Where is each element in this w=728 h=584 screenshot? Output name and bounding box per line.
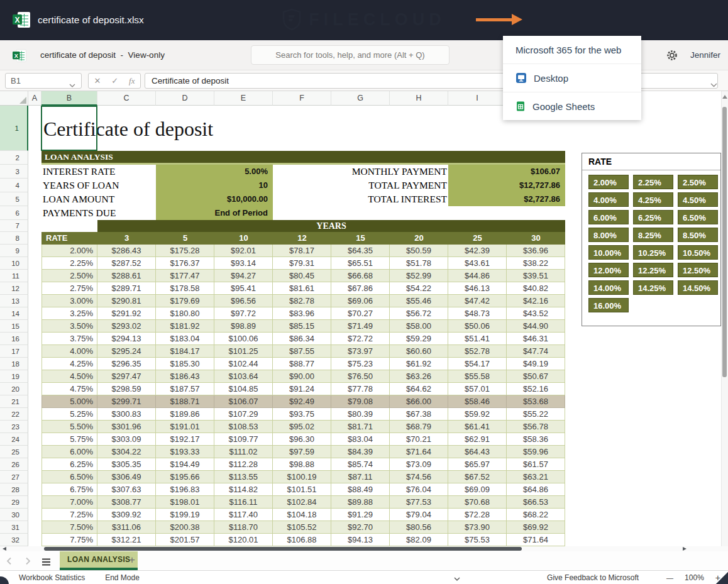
payment-cell[interactable]: $101.51 — [273, 483, 331, 496]
payment-cell[interactable]: $176.37 — [156, 257, 214, 270]
payment-cell[interactable]: $71.49 — [331, 320, 390, 333]
payment-cell[interactable]: $76.04 — [390, 483, 448, 496]
rate-button-10-25[interactable]: 10.25% — [633, 245, 673, 260]
row-header-31[interactable]: 31 — [0, 521, 28, 534]
payment-cell[interactable]: $46.13 — [448, 282, 507, 295]
payment-cell[interactable]: $43.52 — [507, 307, 565, 320]
payment-cell[interactable]: $296.35 — [97, 358, 156, 370]
payment-cell[interactable]: $100.06 — [214, 333, 273, 345]
payment-cell[interactable]: $304.22 — [97, 446, 156, 458]
payment-cell[interactable]: $60.60 — [390, 345, 448, 358]
payment-cell[interactable]: $305.35 — [97, 458, 156, 471]
row-header-17[interactable]: 17 — [0, 345, 28, 358]
rate-cell[interactable]: 2.25% — [41, 257, 97, 270]
payment-cell[interactable]: $51.41 — [448, 333, 507, 345]
payment-cell[interactable]: $79.04 — [390, 509, 448, 521]
payment-cell[interactable]: $82.78 — [273, 295, 331, 307]
payment-cell[interactable]: $50.59 — [390, 245, 448, 257]
row-header-16[interactable]: 16 — [0, 333, 28, 345]
payment-cell[interactable]: $50.06 — [448, 320, 507, 333]
payment-cell[interactable]: $57.01 — [448, 383, 507, 395]
column-header-H[interactable]: H — [390, 91, 448, 106]
payment-cell[interactable]: $200.38 — [156, 521, 214, 534]
row-header-15[interactable]: 15 — [0, 320, 28, 333]
payment-cell[interactable]: $178.58 — [156, 282, 214, 295]
rate-button-12-50[interactable]: 12.50% — [678, 263, 718, 277]
payment-cell[interactable]: $114.82 — [214, 483, 273, 496]
row-header-10[interactable]: 10 — [0, 257, 28, 270]
payment-cell[interactable]: $97.59 — [273, 446, 331, 458]
payment-cell[interactable]: $75.23 — [331, 358, 390, 370]
row-header-7[interactable]: 7 — [0, 220, 28, 232]
payment-cell[interactable]: $175.28 — [156, 245, 214, 257]
field-value[interactable]: 5.00% — [156, 165, 273, 179]
payment-cell[interactable]: $196.83 — [156, 483, 214, 496]
payment-cell[interactable]: $70.68 — [448, 496, 507, 509]
payment-cell[interactable]: $40.82 — [507, 282, 565, 295]
column-header-C[interactable]: C — [97, 91, 156, 106]
payment-cell[interactable]: $306.49 — [97, 471, 156, 483]
open-with-option-google-sheets[interactable]: Google Sheets — [503, 92, 641, 120]
rate-cell[interactable]: 3.25% — [41, 307, 97, 320]
payment-cell[interactable]: $105.52 — [273, 521, 331, 534]
payment-cell[interactable]: $88.49 — [331, 483, 390, 496]
sheet-list-menu-icon[interactable] — [41, 557, 51, 568]
payment-cell[interactable]: $290.81 — [97, 295, 156, 307]
payment-cell[interactable]: $93.75 — [273, 408, 331, 421]
rate-cell[interactable]: 2.00% — [41, 245, 97, 257]
payment-cell[interactable]: $59.92 — [448, 408, 507, 421]
payment-cell[interactable]: $69.09 — [448, 483, 507, 496]
payment-cell[interactable]: $66.00 — [390, 395, 448, 408]
name-box[interactable] — [5, 73, 82, 89]
rate-cell[interactable]: 6.00% — [41, 446, 97, 458]
payment-cell[interactable]: $69.06 — [331, 295, 390, 307]
payment-cell[interactable]: $79.31 — [273, 257, 331, 270]
payment-cell[interactable]: $75.53 — [448, 534, 507, 546]
payment-cell[interactable]: $52.99 — [390, 270, 448, 282]
payment-cell[interactable]: $91.29 — [331, 509, 390, 521]
payment-cell[interactable]: $42.39 — [448, 245, 507, 257]
payment-cell[interactable]: $289.71 — [97, 282, 156, 295]
payment-cell[interactable]: $311.06 — [97, 521, 156, 534]
zoom-in-button[interactable]: + — [715, 573, 720, 583]
rate-button-4-00[interactable]: 4.00% — [588, 192, 629, 207]
rate-button-10-00[interactable]: 10.00% — [588, 245, 629, 260]
payment-cell[interactable]: $98.88 — [273, 458, 331, 471]
payment-cell[interactable]: $63.26 — [390, 370, 448, 383]
payment-cell[interactable]: $117.40 — [214, 509, 273, 521]
row-header-14[interactable]: 14 — [0, 307, 28, 320]
payment-cell[interactable]: $186.43 — [156, 370, 214, 383]
payment-cell[interactable]: $56.78 — [507, 421, 565, 433]
payment-cell[interactable]: $90.00 — [273, 370, 331, 383]
payment-cell[interactable]: $72.28 — [448, 509, 507, 521]
payment-cell[interactable]: $87.55 — [273, 345, 331, 358]
payment-cell[interactable]: $80.56 — [390, 521, 448, 534]
payment-cell[interactable]: $64.43 — [448, 446, 507, 458]
row-header-5[interactable]: 5 — [0, 192, 28, 206]
rate-cell[interactable]: 4.25% — [41, 358, 97, 370]
payment-cell[interactable]: $47.42 — [448, 295, 507, 307]
payment-cell[interactable]: $101.25 — [214, 345, 273, 358]
payment-cell[interactable]: $179.69 — [156, 295, 214, 307]
payment-cell[interactable]: $61.41 — [448, 421, 507, 433]
row-header-23[interactable]: 23 — [0, 421, 28, 433]
payment-cell[interactable]: $111.02 — [214, 446, 273, 458]
payment-cell[interactable]: $61.57 — [507, 458, 565, 471]
rate-button-6-25[interactable]: 6.25% — [633, 210, 673, 224]
rate-button-6-50[interactable]: 6.50% — [678, 210, 718, 224]
rate-cell[interactable]: 5.75% — [41, 433, 97, 446]
row-header-20[interactable]: 20 — [0, 383, 28, 395]
payment-cell[interactable]: $102.84 — [273, 496, 331, 509]
payment-cell[interactable]: $300.83 — [97, 408, 156, 421]
payment-cell[interactable]: $67.86 — [331, 282, 390, 295]
row-header-6[interactable]: 6 — [0, 206, 28, 220]
payment-cell[interactable]: $291.92 — [97, 307, 156, 320]
row-header-18[interactable]: 18 — [0, 358, 28, 370]
rate-cell[interactable]: 5.00% — [41, 395, 97, 408]
payment-cell[interactable]: $86.34 — [273, 333, 331, 345]
payment-cell[interactable]: $183.04 — [156, 333, 214, 345]
row-header-2[interactable]: 2 — [0, 151, 28, 165]
scroll-right-arrow[interactable] — [683, 547, 687, 551]
payment-cell[interactable]: $294.13 — [97, 333, 156, 345]
payment-cell[interactable]: $76.50 — [331, 370, 390, 383]
